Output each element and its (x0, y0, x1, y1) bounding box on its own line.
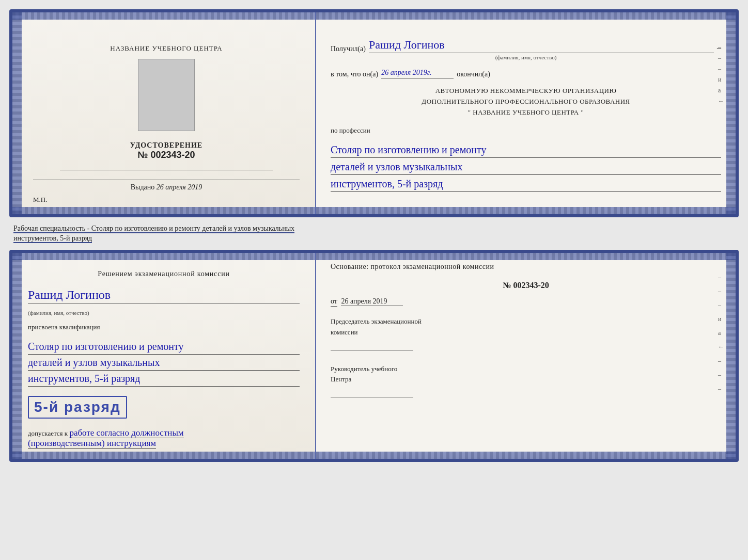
right-side-marks-top: – – – и а ← (718, 43, 724, 105)
po-professii-label: по профессии (331, 126, 721, 135)
spine-left (12, 12, 22, 214)
profession-lines-top: Столяр по изготовлению и ремонту деталей… (331, 141, 721, 192)
protocol-number-prefix: № (503, 281, 511, 290)
protocol-number-value: 002343-20 (513, 281, 549, 290)
vtom-date: 26 апреля 2019г. (381, 69, 454, 78)
vydano-label: Выдано (131, 183, 155, 191)
right-side-marks-bottom: – – – и а ← – – – (718, 274, 724, 393)
org-line1: АВТОНОМНУЮ НЕКОММЕРЧЕСКУЮ ОРГАНИЗАЦИЮ (331, 86, 721, 97)
qual-line2: деталей и узлов музыкальных (28, 355, 300, 371)
rukovoditel-signature-line (331, 387, 413, 397)
profession-line1-top: Столяр по изготовлению и ремонту (331, 142, 721, 158)
bottom-document-card: Решением экзаменационной комиссии Рашид … (9, 250, 739, 462)
ot-date: 26 апреля 2019 (341, 297, 403, 306)
fio-hint-bottom: (фамилия, имя, отчество) (28, 310, 89, 316)
top-card-left: НАЗВАНИЕ УЧЕБНОГО ЦЕНТРА УДОСТОВЕРЕНИЕ №… (12, 12, 316, 214)
chairman-label1: Председатель экзаменационной (331, 316, 721, 327)
bottom-card-right: Основание: протокол экзаменационной коми… (316, 253, 736, 459)
page-wrapper: НАЗВАНИЕ УЧЕБНОГО ЦЕНТРА УДОСТОВЕРЕНИЕ №… (5, 5, 743, 466)
poluchil-label: Получил(а) (331, 45, 366, 53)
spine-left-bottom (12, 253, 22, 459)
chairman-block: Председатель экзаменационной комиссии (331, 316, 721, 350)
vydano-line: Выдано 26 апреля 2019 (33, 180, 300, 191)
photo-placeholder (138, 59, 195, 131)
bottom-name-block: Рашид Логинов (28, 288, 300, 303)
poluchil-line: Получил(а) Рашид Логинов – (331, 38, 721, 53)
rukovoditel-label1: Руководитель учебного (331, 364, 721, 375)
udostoverenie-number-value: 002343-20 (150, 150, 195, 160)
between-text-underlined: инструментов, 5-й разряд (13, 234, 92, 243)
dopuskaetsya-line: допускается к работе согласно должностны… (28, 428, 184, 449)
fio-hint-top: (фамилия, имя, отчество) (331, 54, 721, 60)
okonchil-label: окончил(а) (457, 70, 490, 78)
qual-line1: Столяр по изготовлению и ремонту (28, 339, 300, 355)
vtom-label: в том, что он(а) (331, 70, 378, 78)
rukovoditel-label2: Центра (331, 374, 721, 385)
qual-line3: инструментов, 5-й разряд (28, 371, 300, 387)
between-label: Рабочая специальность - Столяр по изгото… (9, 221, 739, 246)
rukovoditel-block: Руководитель учебного Центра (331, 364, 721, 398)
between-text-normal: Рабочая специальность - Столяр по изгото… (13, 225, 294, 233)
razryad-box: 5-й разряд (28, 396, 127, 419)
poluchil-block: Получил(а) Рашид Логинов – (фамилия, имя… (331, 30, 721, 60)
top-card-right: Получил(а) Рашид Логинов – (фамилия, имя… (316, 12, 736, 214)
mp-label: М.П. (33, 196, 47, 204)
recipient-name: Рашид Логинов (369, 38, 714, 53)
udostoverenie-number: № 002343-20 (130, 150, 202, 161)
bottom-card-left: Решением экзаменационной комиссии Рашид … (12, 253, 316, 459)
top-document-card: НАЗВАНИЕ УЧЕБНОГО ЦЕНТРА УДОСТОВЕРЕНИЕ №… (9, 9, 739, 217)
prisvoena-label: присвоена квалификация (28, 323, 100, 331)
org-block: АВТОНОМНУЮ НЕКОММЕРЧЕСКУЮ ОРГАНИЗАЦИЮ ДО… (331, 86, 721, 118)
chairman-signature-line (331, 340, 413, 350)
ot-line: от 26 апреля 2019 (331, 297, 721, 306)
number-prefix: № (137, 150, 148, 160)
org-name: " НАЗВАНИЕ УЧЕБНОГО ЦЕНТРА " (331, 107, 721, 118)
org-line2: ДОПОЛНИТЕЛЬНОГО ПРОФЕССИОНАЛЬНОГО ОБРАЗО… (331, 97, 721, 107)
vtom-line: в том, что он(а) 26 апреля 2019г. окончи… (331, 69, 721, 78)
resheniem-label: Решением экзаменационной комиссии (28, 268, 300, 280)
training-center-title: НАЗВАНИЕ УЧЕБНОГО ЦЕНТРА (110, 43, 222, 54)
vydano-date: 26 апреля 2019 (157, 183, 202, 191)
bottom-recipient-name: Рашид Логинов (28, 288, 111, 301)
profession-line3-top: инструментов, 5-й разряд (331, 176, 721, 192)
osnovaniye-text: Основание: протокол экзаменационной коми… (331, 261, 721, 273)
dopusk-label: допускается к (28, 429, 68, 437)
chairman-label2: комиссии (331, 327, 721, 338)
profession-line2-top: деталей и узлов музыкальных (331, 159, 721, 175)
razryad-big-text: 5-й разряд (34, 399, 121, 415)
dopusk-value: работе согласно должностным (69, 428, 183, 438)
ot-label: от (331, 297, 337, 307)
udostoverenie-block: УДОСТОВЕРЕНИЕ № 002343-20 (130, 141, 202, 161)
dopusk-value2: (производственным) инструкциям (28, 438, 156, 449)
qual-lines-bottom: Столяр по изготовлению и ремонту деталей… (28, 339, 300, 387)
udostoverenie-label: УДОСТОВЕРЕНИЕ (130, 141, 202, 150)
protocol-number-block: № 002343-20 (331, 281, 721, 290)
